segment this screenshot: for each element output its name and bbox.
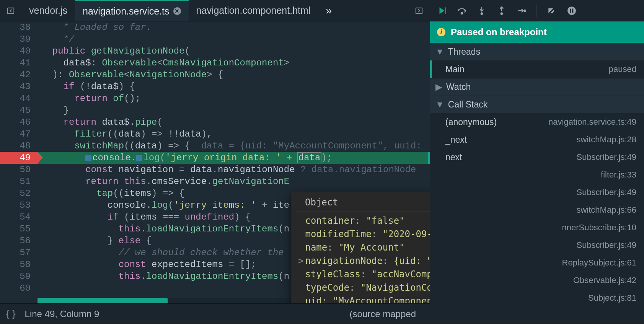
- code-line[interactable]: 38 * Loaded so far.: [0, 21, 430, 33]
- callstack-frame[interactable]: Subject.js:81: [430, 289, 644, 307]
- popup-prop[interactable]: modifiedTime: "2020-09-28T22:18:14.319Z": [298, 228, 430, 241]
- callstack-frame[interactable]: Observable.js:42: [430, 272, 644, 289]
- callstack-frame[interactable]: _nextswitchMap.js:28: [430, 131, 644, 148]
- line-number[interactable]: 58: [0, 259, 37, 270]
- deactivate-breakpoints-button[interactable]: [547, 6, 557, 16]
- value-hover-popup[interactable]: Object container: "false" modifiedTime: …: [291, 192, 430, 303]
- frame-fn: (anonymous): [445, 117, 497, 127]
- line-number[interactable]: 52: [0, 187, 37, 199]
- code-line[interactable]: 48 switchMap((data) => { data = {uid: "M…: [0, 140, 430, 152]
- line-number[interactable]: 55: [0, 223, 37, 235]
- code-line[interactable]: 39 */: [0, 33, 430, 45]
- code-line[interactable]: 51 return this.cmsService.getNavigationE: [0, 176, 430, 187]
- popup-prop[interactable]: uid: "MyAccountComponent": [298, 295, 430, 303]
- code-line[interactable]: 49 console.log('jerry origin data: ' + d…: [0, 152, 430, 164]
- code-text: }: [37, 104, 69, 116]
- svg-rect-8: [570, 8, 571, 13]
- callstack-label: Call Stack: [448, 99, 488, 110]
- line-number[interactable]: 48: [0, 140, 37, 152]
- line-number[interactable]: 49: [0, 152, 37, 164]
- callstack-frame[interactable]: (anonymous)navigation.service.ts:49: [430, 113, 644, 131]
- code-line[interactable]: 44 return of();: [0, 93, 430, 104]
- close-tab-icon[interactable]: ✕: [173, 7, 181, 15]
- line-number[interactable]: 40: [0, 45, 37, 57]
- line-number[interactable]: 56: [0, 235, 37, 247]
- code-text: console.log('jerry origin data: ' + data…: [37, 152, 332, 164]
- callstack-frame[interactable]: nnerSubscribe.js:10: [430, 219, 644, 236]
- line-number[interactable]: 51: [0, 176, 37, 187]
- threads-section[interactable]: ▼Threads: [430, 43, 644, 60]
- popup-prop[interactable]: >navigationNode: {uid: "MyAccountNavNode…: [298, 254, 430, 268]
- code-text: this.loadNavigationEntryItems(n: [37, 270, 289, 282]
- frame-loc: Subject.js:81: [588, 293, 636, 303]
- callstack-frame[interactable]: switchMap.js:66: [430, 201, 644, 219]
- tab-label: navigation.service.ts: [83, 6, 170, 17]
- info-icon: i: [437, 28, 445, 36]
- popup-title: Object: [296, 196, 430, 212]
- callstack-section[interactable]: ▼Call Stack: [430, 96, 644, 113]
- thread-main[interactable]: Main paused: [430, 60, 644, 78]
- tab-nav-prev[interactable]: [0, 0, 21, 21]
- popup-prop[interactable]: container: "false": [298, 214, 430, 228]
- tab-navigation-component-html[interactable]: navigation.component.html: [189, 0, 318, 21]
- line-number[interactable]: 45: [0, 104, 37, 116]
- thread-name: Main: [445, 64, 465, 75]
- line-number[interactable]: 44: [0, 93, 37, 104]
- svg-point-4: [481, 13, 483, 14]
- line-number[interactable]: 42: [0, 69, 37, 81]
- line-number[interactable]: 47: [0, 128, 37, 140]
- code-line[interactable]: 45 }: [0, 104, 430, 116]
- tab-label: navigation.component.html: [196, 5, 311, 16]
- popup-prop[interactable]: styleClass: "accNavComponent": [298, 268, 430, 281]
- frame-loc: Subscriber.js:49: [576, 187, 636, 197]
- tab-vendor-js[interactable]: vendor.js: [21, 0, 75, 21]
- step-button[interactable]: [517, 6, 527, 16]
- code-line[interactable]: 46 return data$.pipe(: [0, 116, 430, 128]
- code-text: // we should check whether the: [37, 247, 289, 259]
- line-number[interactable]: 46: [0, 116, 37, 128]
- line-number[interactable]: 53: [0, 199, 37, 211]
- callstack-frame[interactable]: Subscriber.js:49: [430, 184, 644, 201]
- code-line[interactable]: 50 const navigation = data.navigationNod…: [0, 164, 430, 176]
- code-line[interactable]: 40 public getNavigationNode(: [0, 45, 430, 57]
- debug-toolbar: [430, 0, 644, 21]
- line-number[interactable]: 41: [0, 57, 37, 69]
- tab-nav-next[interactable]: [408, 0, 430, 21]
- line-number[interactable]: 60: [0, 282, 37, 294]
- frame-fn: _next: [445, 135, 467, 145]
- frame-loc: nnerSubscribe.js:10: [562, 223, 636, 233]
- line-number[interactable]: 39: [0, 33, 37, 45]
- resume-button[interactable]: [437, 6, 447, 16]
- code-text: if (items === undefined) {: [37, 211, 251, 223]
- watch-label: Watch: [446, 82, 471, 92]
- line-number[interactable]: 43: [0, 81, 37, 93]
- line-number[interactable]: 54: [0, 211, 37, 223]
- step-out-button[interactable]: [497, 6, 507, 16]
- tabs-overflow[interactable]: »: [318, 0, 339, 21]
- code-line[interactable]: 47 filter((data) => !!data),: [0, 128, 430, 140]
- pretty-print-icon[interactable]: { }: [6, 308, 16, 320]
- popup-prop[interactable]: name: "My Account": [298, 241, 430, 254]
- line-number[interactable]: 50: [0, 164, 37, 176]
- line-number[interactable]: 38: [0, 21, 37, 33]
- code-line[interactable]: 41 data$: Observable<CmsNavigationCompon…: [0, 57, 430, 69]
- callstack-frame[interactable]: Subscriber.js:49: [430, 236, 644, 254]
- code-text: this.loadNavigationEntryItems(n: [37, 223, 289, 235]
- step-into-button[interactable]: [477, 6, 487, 16]
- code-text: filter((data) => !!data),: [37, 128, 212, 140]
- frame-loc: Subscriber.js:49: [576, 240, 636, 250]
- tab-navigation-service-ts[interactable]: navigation.service.ts✕: [75, 0, 189, 21]
- watch-section[interactable]: ▶Watch: [430, 78, 644, 96]
- line-number[interactable]: 59: [0, 270, 37, 282]
- callstack-frame[interactable]: ReplaySubject.js:61: [430, 254, 644, 272]
- code-line[interactable]: 42 ): Observable<NavigationNode> {: [0, 69, 430, 81]
- pause-button[interactable]: [567, 6, 577, 16]
- callstack-frame[interactable]: filter.js:33: [430, 166, 644, 184]
- code-text: const navigation = data.navigationNode ?…: [37, 164, 416, 176]
- step-over-button[interactable]: [457, 6, 467, 16]
- popup-prop[interactable]: typeCode: "NavigationComponent": [298, 281, 430, 295]
- line-number[interactable]: 57: [0, 247, 37, 259]
- code-line[interactable]: 43 if (!data$) {: [0, 81, 430, 93]
- code-editor[interactable]: 38 * Loaded so far.39 */40 public getNav…: [0, 21, 430, 303]
- callstack-frame[interactable]: nextSubscriber.js:49: [430, 148, 644, 166]
